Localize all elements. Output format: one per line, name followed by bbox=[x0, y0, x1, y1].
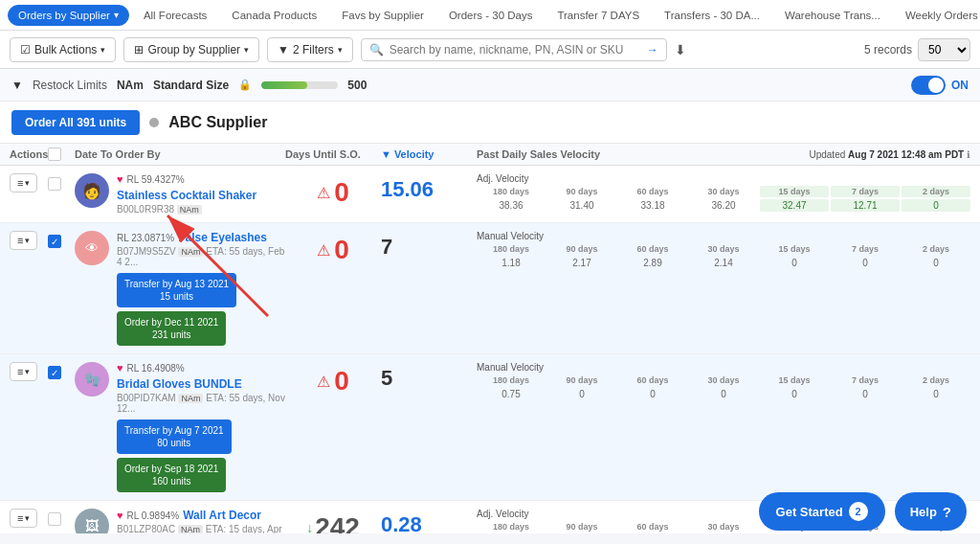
tab-orders-30-days[interactable]: Orders - 30 Days bbox=[438, 5, 544, 26]
row4-heart-icon: ♥ bbox=[117, 510, 123, 521]
row2-product-name[interactable]: False Eyelashes bbox=[178, 231, 267, 244]
row1-vel-data: Adj. Velocity 180 days 90 days 60 days 3… bbox=[477, 173, 970, 212]
row3-warning-icon: ⚠ bbox=[317, 373, 330, 391]
updated-text: Updated Aug 7 2021 12:48 am PDT ℹ bbox=[809, 149, 970, 160]
row1-avatar: 🧑 bbox=[75, 173, 109, 208]
row2-days-value: 0 bbox=[334, 235, 349, 265]
row4-actions: ≡ ▾ bbox=[10, 509, 48, 528]
table-body: ≡ ▾ 🧑 ♥ RL 59.4327% Stainless Cocktail S… bbox=[0, 166, 980, 533]
group-by-button[interactable]: ⊞ Group by Supplier ▾ bbox=[123, 37, 259, 62]
row4-avatar: 🖼 bbox=[75, 509, 109, 533]
table-row: ≡ ▾ 🧑 ♥ RL 59.4327% Stainless Cocktail S… bbox=[0, 166, 980, 223]
table-row: ≡ ▾ ✓ 👁 RL 23.0871% False Eyelashes B07J… bbox=[0, 223, 980, 354]
search-input[interactable] bbox=[390, 43, 641, 57]
tab-canada-products[interactable]: Canada Products bbox=[221, 5, 327, 26]
row2-product: 👁 RL 23.0871% False Eyelashes B07JM9S5ZV… bbox=[75, 231, 285, 346]
row3-product-name[interactable]: Bridal Gloves BUNDLE bbox=[117, 377, 242, 391]
tab-transfer-7-days[interactable]: Transfer 7 DAYS bbox=[546, 5, 650, 26]
row2-details: RL 23.0871% False Eyelashes B07JM9S5ZV N… bbox=[117, 231, 285, 346]
help-question-icon: ? bbox=[943, 504, 951, 520]
row4-action-menu[interactable]: ≡ ▾ bbox=[10, 509, 37, 528]
get-started-button[interactable]: Get Started 2 bbox=[759, 492, 885, 531]
row1-actions: ≡ ▾ bbox=[10, 173, 48, 193]
row2-checkbox[interactable]: ✓ bbox=[48, 235, 61, 248]
row3-vel-type: Manual Velocity bbox=[477, 362, 970, 373]
row3-days-value: 0 bbox=[334, 366, 349, 397]
row2-warning-icon: ⚠ bbox=[317, 241, 330, 260]
row1-product-name[interactable]: Stainless Cocktail Shaker bbox=[117, 189, 256, 202]
bulk-actions-button[interactable]: ☑ Bulk Actions ▾ bbox=[10, 37, 116, 62]
row1-details: ♥ RL 59.4327% Stainless Cocktail Shaker … bbox=[117, 173, 285, 215]
group-icon: ⊞ bbox=[134, 43, 144, 57]
search-arrow-icon: → bbox=[647, 43, 658, 57]
row4-checkbox[interactable] bbox=[48, 512, 61, 526]
row4-velocity: 0.28 bbox=[381, 509, 477, 533]
order-all-section: Order All 391 units ABC Supplier bbox=[0, 102, 980, 144]
get-started-badge: 2 bbox=[849, 502, 868, 521]
row3-details: ♥ RL 16.4908% Bridal Gloves BUNDLE B00PI… bbox=[117, 362, 285, 492]
table-row: ≡ ▾ ✓ 🧤 ♥ RL 16.4908% Bridal Gloves BUND… bbox=[0, 354, 980, 501]
row3-heart-icon: ♥ bbox=[117, 362, 123, 374]
tab-transfers-30-da[interactable]: Transfers - 30 DA... bbox=[654, 5, 770, 26]
search-icon: 🔍 bbox=[369, 43, 384, 57]
supplier-dot bbox=[149, 118, 159, 127]
row3-order-button[interactable]: Order by Sep 18 2021160 units bbox=[117, 458, 226, 492]
download-icon[interactable]: ⬇ bbox=[675, 42, 686, 57]
row1-warning-icon: ⚠ bbox=[317, 184, 330, 202]
lock-icon: 🔒 bbox=[238, 79, 252, 91]
row4-meta: B01LZP80AC NAm ETA: 15 days, Apr 5 2... bbox=[117, 524, 285, 533]
filters-button[interactable]: ▼ 2 Filters ▾ bbox=[267, 37, 353, 62]
row3-actions: ≡ ▾ bbox=[10, 362, 48, 381]
row2-actions: ≡ ▾ bbox=[10, 231, 48, 250]
row2-avatar: 👁 bbox=[75, 231, 109, 265]
header-velocity[interactable]: ▼ Velocity bbox=[381, 148, 477, 160]
row2-velocity: 7 bbox=[381, 231, 477, 260]
row1-velocity: 15.06 bbox=[381, 173, 477, 202]
tab-warehouse-trans[interactable]: Warehouse Trans... bbox=[774, 5, 891, 26]
row3-velocity: 5 bbox=[381, 362, 477, 391]
tab-dropdown-arrow[interactable]: ▾ bbox=[114, 10, 119, 20]
row2-transfer-button[interactable]: Transfer by Aug 13 202115 units bbox=[117, 273, 236, 307]
header-days: Days Until S.O. bbox=[285, 148, 381, 160]
row3-action-buttons: Transfer by Aug 7 202180 units Order by … bbox=[117, 419, 285, 492]
per-page-select[interactable]: 50 100 bbox=[918, 38, 970, 61]
restock-progress-bar bbox=[261, 81, 338, 89]
row1-vel-value: 15.06 bbox=[381, 177, 434, 202]
row2-meta: B07JM9S5ZV NAm ETA: 55 days, Feb 4 2... bbox=[117, 246, 285, 267]
row3-vel-value: 5 bbox=[381, 366, 392, 391]
tab-weekly-orders[interactable]: Weekly Orders bbox=[895, 5, 980, 26]
row1-action-menu[interactable]: ≡ ▾ bbox=[10, 173, 37, 193]
row2-vel-type: Manual Velocity bbox=[477, 231, 970, 241]
tab-orders-by-supplier[interactable]: Orders by Supplier ▾ bbox=[8, 5, 129, 26]
restock-toggle[interactable] bbox=[911, 76, 946, 95]
row3-vel-data: Manual Velocity 180 days 90 days 60 days… bbox=[477, 362, 970, 400]
tab-all-forecasts[interactable]: All Forecasts bbox=[133, 5, 217, 26]
row3-checkbox[interactable]: ✓ bbox=[48, 366, 61, 379]
row2-action-buttons: Transfer by Aug 13 202115 units Order by… bbox=[117, 273, 285, 346]
header-checkbox[interactable] bbox=[48, 147, 75, 161]
checkbox-icon: ☑ bbox=[20, 43, 31, 57]
filter-icon: ▼ bbox=[278, 43, 289, 57]
row3-product: 🧤 ♥ RL 16.4908% Bridal Gloves BUNDLE B00… bbox=[75, 362, 285, 492]
row3-action-menu[interactable]: ≡ ▾ bbox=[10, 362, 37, 381]
row4-days-value: 242 bbox=[315, 512, 360, 533]
row3-meta: B00PID7KAM NAm ETA: 55 days, Nov 12... bbox=[117, 393, 285, 414]
toggle-container: ON bbox=[911, 76, 969, 95]
bulk-actions-caret: ▾ bbox=[100, 45, 105, 55]
row3-transfer-button[interactable]: Transfer by Aug 7 202180 units bbox=[117, 419, 232, 454]
group-by-caret: ▾ bbox=[244, 45, 249, 55]
help-button[interactable]: Help ? bbox=[895, 492, 967, 531]
order-all-button[interactable]: Order All 391 units bbox=[11, 110, 140, 135]
row4-down-arrow-icon: ↓ bbox=[306, 520, 313, 533]
row4-days: ↓ 242 bbox=[285, 509, 381, 533]
row2-order-button[interactable]: Order by Dec 11 2021231 units bbox=[117, 311, 226, 346]
tab-favs-by-supplier[interactable]: Favs by Supplier bbox=[331, 5, 434, 26]
restock-progress-fill bbox=[261, 81, 307, 89]
row1-product: 🧑 ♥ RL 59.4327% Stainless Cocktail Shake… bbox=[75, 173, 285, 215]
row1-days: ⚠ 0 bbox=[285, 173, 381, 208]
restock-collapse-icon[interactable]: ▼ bbox=[11, 79, 23, 92]
row4-product-name[interactable]: Wall Art Decor bbox=[183, 509, 261, 522]
row2-action-menu[interactable]: ≡ ▾ bbox=[10, 231, 37, 250]
search-bar[interactable]: 🔍 → bbox=[361, 38, 667, 61]
row1-checkbox[interactable] bbox=[48, 177, 61, 191]
